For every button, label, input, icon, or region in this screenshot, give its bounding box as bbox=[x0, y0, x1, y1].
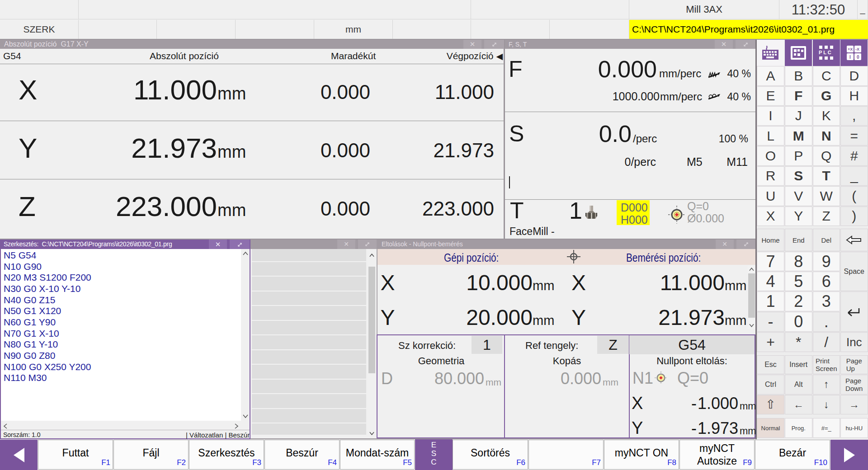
svg-text:0: 0 bbox=[857, 55, 859, 60]
svg-text:-X: -X bbox=[855, 47, 859, 52]
svg-text:P L C: P L C bbox=[819, 50, 831, 55]
svg-text:I: I bbox=[849, 55, 851, 60]
svg-text:+X: +X bbox=[848, 47, 853, 52]
